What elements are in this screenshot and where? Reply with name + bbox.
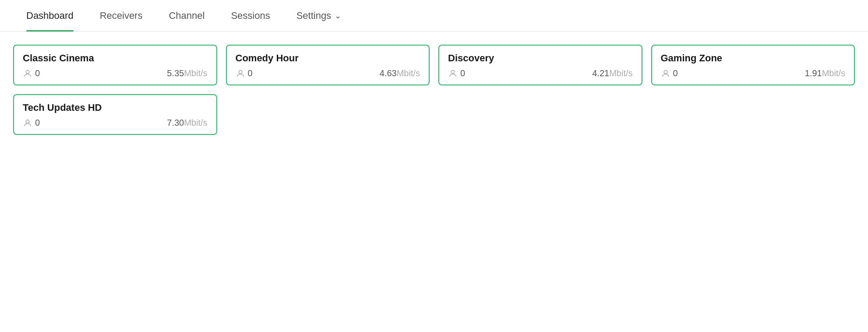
cards-row-1: Classic Cinema 0 5.35Mbit/s Comedy Hour [13, 45, 855, 85]
nav-item-channel[interactable]: Channel [155, 0, 218, 32]
nav-item-settings[interactable]: Settings ⌄ [283, 0, 355, 32]
person-icon [236, 69, 245, 78]
viewers-count: 0 [460, 68, 465, 78]
bitrate-value: 7.30 [167, 118, 184, 127]
main-nav: Dashboard Receivers Channel Sessions Set… [0, 0, 868, 32]
person-icon [661, 69, 670, 78]
card-bitrate: 5.35Mbit/s [167, 68, 207, 78]
viewers-count: 0 [35, 68, 40, 78]
card-viewers: 0 [448, 68, 465, 78]
channel-card-tech-updates-hd[interactable]: Tech Updates HD 0 7.30Mbit/s [13, 94, 217, 135]
chevron-down-icon: ⌄ [335, 11, 341, 21]
viewers-count: 0 [673, 68, 678, 78]
card-title: Classic Cinema [23, 53, 208, 64]
card-stats: 0 7.30Mbit/s [23, 118, 208, 128]
svg-point-3 [664, 70, 667, 73]
nav-label-channel: Channel [169, 10, 205, 21]
channel-card-classic-cinema[interactable]: Classic Cinema 0 5.35Mbit/s [13, 45, 217, 85]
svg-point-4 [26, 120, 29, 123]
channel-card-comedy-hour[interactable]: Comedy Hour 0 4.63Mbit/s [226, 45, 430, 85]
bitrate-unit: Mbit/s [184, 118, 207, 127]
person-icon [23, 118, 32, 128]
person-icon [23, 69, 32, 78]
card-viewers: 0 [236, 68, 253, 78]
card-viewers: 0 [23, 118, 40, 128]
nav-label-dashboard: Dashboard [26, 10, 74, 21]
card-bitrate: 7.30Mbit/s [167, 118, 207, 128]
card-title: Discovery [448, 53, 633, 64]
cards-row-2: Tech Updates HD 0 7.30Mbit/s [13, 94, 855, 135]
bitrate-unit: Mbit/s [822, 68, 845, 78]
bitrate-value: 1.91 [805, 68, 822, 78]
card-bitrate: 4.63Mbit/s [380, 68, 420, 78]
channel-card-gaming-zone[interactable]: Gaming Zone 0 1.91Mbit/s [651, 45, 855, 85]
nav-label-sessions: Sessions [231, 10, 270, 21]
card-title: Comedy Hour [236, 53, 420, 64]
bitrate-value: 4.21 [592, 68, 609, 78]
nav-item-dashboard[interactable]: Dashboard [13, 0, 87, 32]
nav-item-receivers[interactable]: Receivers [87, 0, 156, 32]
svg-point-1 [239, 70, 242, 73]
nav-label-receivers: Receivers [100, 10, 143, 21]
card-stats: 0 1.91Mbit/s [661, 68, 846, 78]
card-stats: 0 5.35Mbit/s [23, 68, 208, 78]
main-content: Classic Cinema 0 5.35Mbit/s Comedy Hour [0, 32, 868, 148]
card-title: Gaming Zone [661, 53, 846, 64]
svg-point-2 [451, 70, 454, 73]
card-viewers: 0 [23, 68, 40, 78]
svg-point-0 [26, 70, 29, 73]
bitrate-value: 4.63 [380, 68, 397, 78]
card-bitrate: 4.21Mbit/s [592, 68, 632, 78]
nav-label-settings: Settings [296, 10, 332, 21]
bitrate-unit: Mbit/s [184, 68, 207, 78]
viewers-count: 0 [248, 68, 253, 78]
channel-card-discovery[interactable]: Discovery 0 4.21Mbit/s [438, 45, 642, 85]
viewers-count: 0 [35, 118, 40, 128]
card-viewers: 0 [661, 68, 678, 78]
card-bitrate: 1.91Mbit/s [805, 68, 845, 78]
card-stats: 0 4.63Mbit/s [236, 68, 420, 78]
bitrate-unit: Mbit/s [609, 68, 632, 78]
card-title: Tech Updates HD [23, 102, 208, 113]
nav-item-sessions[interactable]: Sessions [218, 0, 283, 32]
bitrate-value: 5.35 [167, 68, 184, 78]
bitrate-unit: Mbit/s [397, 68, 420, 78]
person-icon [448, 69, 458, 78]
card-stats: 0 4.21Mbit/s [448, 68, 633, 78]
